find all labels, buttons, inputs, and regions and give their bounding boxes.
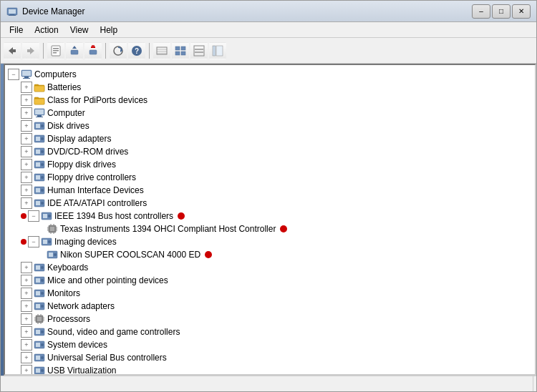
expander-usb[interactable]: + <box>21 352 32 363</box>
expander-display-adapters[interactable]: + <box>21 133 32 144</box>
expander-computers[interactable]: − <box>8 69 19 80</box>
tree-item-dvd-rom[interactable]: + DVD/CD-ROM drives <box>5 145 535 158</box>
device-label-monitors: Monitors <box>47 288 80 298</box>
device-tree[interactable]: − Computers+ Batteries+ Class for PdiPor… <box>4 64 536 376</box>
tree-item-usb-virt[interactable]: + USB Virtualization <box>5 364 535 376</box>
back-button[interactable] <box>4 42 21 59</box>
minimize-button[interactable]: – <box>472 4 490 19</box>
close-button[interactable]: ✕ <box>512 4 531 19</box>
device-icon-ieee1394 <box>41 210 52 222</box>
expander-batteries[interactable]: + <box>21 82 32 93</box>
device-icon-batteries <box>34 82 45 93</box>
tree-item-batteries[interactable]: + Batteries <box>5 81 535 94</box>
expander-ieee1394[interactable]: − <box>28 210 39 222</box>
title-bar-icon <box>6 6 18 17</box>
device-icon-dvd-rom <box>34 146 45 157</box>
expander-sound[interactable]: + <box>21 326 32 338</box>
tree-item-usb[interactable]: + Universal Serial Bus controllers <box>5 351 535 364</box>
device-icon-system <box>34 339 45 351</box>
tree-item-ide-atapi[interactable]: + IDE ATA/ATAPI controllers <box>5 197 535 210</box>
expander-nikon-scan <box>34 249 45 260</box>
tree-item-keyboards[interactable]: + Keyboards <box>5 261 535 274</box>
menu-help[interactable]: Help <box>95 24 124 36</box>
error-indicator-ieee1394 <box>178 212 185 220</box>
svg-rect-68 <box>43 214 47 218</box>
svg-rect-122 <box>36 368 40 373</box>
tree-item-class-pdiports[interactable]: + Class for PdiPorts devices <box>5 94 535 107</box>
properties-button[interactable] <box>47 42 64 59</box>
expander-computer[interactable]: + <box>21 107 32 119</box>
expander-monitors[interactable]: + <box>21 288 32 299</box>
view1-button[interactable] <box>153 42 170 59</box>
update-driver-button[interactable] <box>66 42 83 59</box>
tree-item-network[interactable]: + Network adapters <box>5 300 535 313</box>
svg-rect-59 <box>36 175 40 180</box>
expander-dvd-rom[interactable]: + <box>21 146 32 157</box>
device-icon-nikon-scan <box>47 249 58 260</box>
device-icon-sound <box>34 326 45 338</box>
tree-item-floppy-disk[interactable]: + Floppy disk drives <box>5 158 535 171</box>
svg-rect-95 <box>36 291 40 295</box>
device-label-display-adapters: Display adapters <box>47 134 111 144</box>
expander-processors[interactable]: + <box>21 313 32 325</box>
device-icon-class-pdiports <box>34 94 45 106</box>
expander-floppy-ctrl[interactable]: + <box>21 172 32 183</box>
device-label-processors: Processors <box>47 314 90 324</box>
menu-view[interactable]: View <box>64 24 95 36</box>
expander-floppy-disk[interactable]: + <box>21 159 32 170</box>
expander-network[interactable]: + <box>21 300 32 312</box>
help-button[interactable]: ? <box>128 42 145 59</box>
svg-rect-37 <box>34 84 39 86</box>
tree-item-floppy-ctrl[interactable]: + Floppy drive controllers <box>5 171 535 184</box>
device-icon-disk-drives <box>34 120 45 132</box>
maximize-button[interactable]: □ <box>492 4 511 19</box>
expander-class-pdiports[interactable]: + <box>21 94 32 106</box>
device-icon-usb-virt <box>34 365 45 376</box>
expander-usb-virt[interactable]: + <box>21 365 32 376</box>
error-indicator-nikon-scan <box>205 251 212 258</box>
expander-mice[interactable]: + <box>21 275 32 286</box>
expander-system[interactable]: + <box>21 339 32 351</box>
svg-point-66 <box>41 202 44 205</box>
tree-item-imaging[interactable]: − Imaging devices <box>5 235 535 248</box>
expander-keyboards[interactable]: + <box>21 262 32 273</box>
view3-button[interactable] <box>190 42 208 59</box>
view4-button[interactable] <box>209 42 226 59</box>
menu-action[interactable]: Action <box>29 24 64 36</box>
tree-item-processors[interactable]: + Processors <box>5 313 535 325</box>
device-label-dvd-rom: DVD/CD-ROM drives <box>47 147 128 157</box>
svg-marker-11 <box>72 46 77 49</box>
svg-rect-43 <box>35 109 44 114</box>
device-icon-floppy-ctrl <box>34 172 45 183</box>
uninstall-button[interactable] <box>84 42 102 59</box>
device-manager-window: Device Manager – □ ✕ File Action View He… <box>0 0 537 392</box>
tree-item-computer[interactable]: + Computer <box>5 107 535 119</box>
tree-item-computers[interactable]: − Computers <box>5 68 535 81</box>
tree-item-sound[interactable]: + Sound, video and game controllers <box>5 325 535 338</box>
svg-rect-33 <box>22 71 31 76</box>
svg-rect-50 <box>36 137 40 141</box>
tree-item-display-adapters[interactable]: + Display adapters <box>5 132 535 145</box>
device-label-imaging: Imaging devices <box>54 237 117 247</box>
tree-item-nikon-scan[interactable]: Nikon SUPER COOLSCAN 4000 ED <box>5 248 535 261</box>
tree-item-disk-drives[interactable]: + Disk drives <box>5 119 535 132</box>
tree-item-ti-1394[interactable]: Texas Instruments 1394 OHCI Compliant Ho… <box>5 222 535 235</box>
forward-button[interactable] <box>22 42 39 59</box>
view2-button[interactable] <box>172 42 189 59</box>
device-label-network: Network adapters <box>47 301 115 311</box>
svg-rect-3 <box>9 15 16 16</box>
scan-button[interactable] <box>110 42 127 59</box>
device-label-usb: Universal Serial Bus controllers <box>47 353 167 363</box>
menu-file[interactable]: File <box>4 24 29 36</box>
expander-imaging[interactable]: − <box>28 236 39 248</box>
tree-item-mice[interactable]: + Mice and other pointing devices <box>5 274 535 287</box>
tree-item-monitors[interactable]: + Monitors <box>5 287 535 300</box>
expander-ide-atapi[interactable]: + <box>21 197 32 209</box>
tree-item-ieee1394[interactable]: − IEEE 1394 Bus host controllers <box>5 210 535 222</box>
svg-point-87 <box>54 253 57 256</box>
device-label-batteries: Batteries <box>47 82 81 92</box>
expander-hid[interactable]: + <box>21 185 32 196</box>
expander-disk-drives[interactable]: + <box>21 120 32 132</box>
tree-item-hid[interactable]: + Human Interface Devices <box>5 184 535 197</box>
tree-item-system[interactable]: + System devices <box>5 338 535 351</box>
